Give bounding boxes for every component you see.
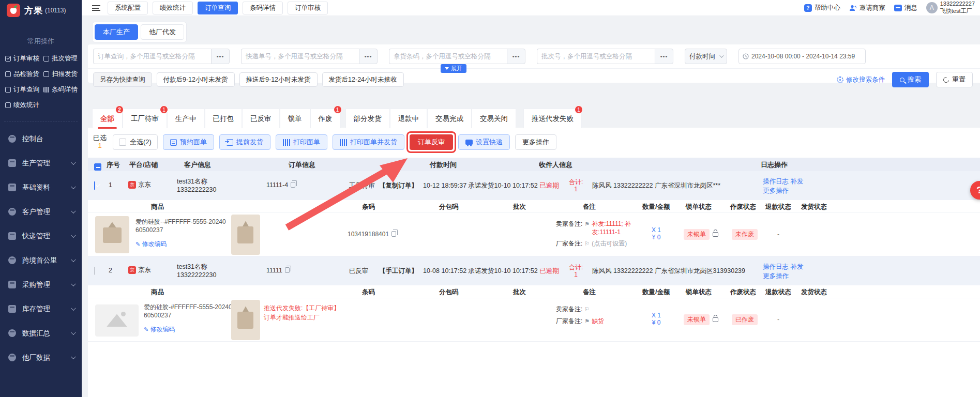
flag-icon[interactable]: ⚐: [584, 306, 590, 313]
tab-completed[interactable]: 交易完成: [427, 109, 472, 128]
unshipped-9-12h-pushed-button[interactable]: 推送后9-12小时未发货: [239, 72, 318, 87]
more-actions-button[interactable]: 更多操作: [515, 134, 556, 150]
top-tab-order-query[interactable]: 订单查询: [198, 2, 238, 14]
save-quick-query-button[interactable]: 另存为快捷查询: [93, 72, 152, 87]
copy-icon[interactable]: [285, 267, 290, 273]
set-express-button[interactable]: 设置快递: [458, 134, 510, 150]
quick-link-qc-inspect[interactable]: 品检验货: [5, 70, 42, 79]
flag-icon[interactable]: ⚐: [584, 240, 590, 247]
menu-label: 生产管理: [22, 159, 50, 168]
quick-link-batch-manage[interactable]: 批次管理: [43, 54, 81, 63]
subcol-packcode: 分包码: [439, 203, 459, 211]
print-and-ship-button[interactable]: 打印面单并发货: [333, 134, 404, 150]
row-checkbox[interactable]: [94, 181, 95, 190]
flag-icon[interactable]: ⚑: [584, 317, 590, 325]
tab-closed[interactable]: 交易关闭: [472, 109, 516, 128]
sidebar-item-production[interactable]: 生产管理: [0, 151, 82, 175]
top-tab-barcode-detail[interactable]: 条码详情: [243, 2, 283, 14]
pay-time-select[interactable]: 付款时间: [685, 49, 727, 64]
quick-link-performance[interactable]: 绩效统计: [5, 101, 42, 110]
product-image-alt[interactable]: [231, 215, 260, 255]
reserve-waybill-button[interactable]: 预约面单: [163, 134, 214, 150]
invite-merchant-link[interactable]: 邀请商家: [849, 4, 885, 12]
tab-factory-pending[interactable]: 工厂待审1: [123, 109, 167, 128]
search-button[interactable]: 搜索: [892, 72, 929, 87]
operation-log-link[interactable]: 操作日志: [763, 263, 789, 270]
expand-button[interactable]: 展开: [441, 64, 466, 73]
sidebar-item-inventory[interactable]: 库存管理: [0, 297, 82, 321]
tab-locked[interactable]: 锁单: [280, 109, 310, 128]
tab-packed[interactable]: 已打包: [205, 109, 243, 128]
sidebar-item-crossborder[interactable]: 跨境首公里: [0, 248, 82, 272]
batch-no-input[interactable]: [537, 49, 655, 64]
select-all-control[interactable]: 全选(2): [113, 134, 158, 150]
sidebar-item-basedata[interactable]: 基础资料: [0, 175, 82, 200]
sidebar-item-customers[interactable]: 客户管理: [0, 200, 82, 224]
more-operations-link[interactable]: 更多操作: [763, 271, 820, 281]
select-all-checkbox[interactable]: [119, 139, 126, 146]
operation-log-link[interactable]: 操作日志: [763, 178, 789, 185]
unshipped-9-12h-paid-button[interactable]: 付款后9-12小时未发货: [157, 72, 235, 87]
pencil-icon: ✎: [135, 241, 140, 247]
sidebar-item-express[interactable]: 快递管理: [0, 224, 82, 248]
table-row[interactable]: 1 京京东 test31名称13322222230 11111-4 工厂待审 【…: [88, 171, 980, 200]
quick-link-order-audit[interactable]: 订单审核: [5, 54, 42, 63]
pickup-barcode-input[interactable]: [389, 49, 507, 64]
row-checkbox[interactable]: [94, 267, 95, 275]
early-ship-button[interactable]: 提前发货: [219, 134, 270, 150]
quick-link-order-query[interactable]: 订单查询: [5, 85, 42, 94]
order-no: 11111-4: [266, 181, 288, 189]
sidebar-item-purchase[interactable]: 采购管理: [0, 272, 82, 297]
quick-link-scan-ship[interactable]: 扫描发货: [43, 70, 81, 79]
product-image[interactable]: [95, 216, 129, 253]
more-operations-link[interactable]: 更多操作: [763, 186, 820, 195]
lock-icon[interactable]: [713, 232, 718, 237]
uncollected-12-24h-button[interactable]: 发货后12-24小时未揽收: [322, 72, 404, 87]
lock-icon[interactable]: [713, 317, 718, 322]
copy-icon[interactable]: [391, 231, 396, 237]
reset-button[interactable]: 重置: [936, 72, 973, 87]
order-reaudit-button[interactable]: 订单反审: [410, 134, 453, 150]
sidebar-item-datasummary[interactable]: 数据汇总: [0, 321, 82, 345]
logo[interactable]: 方果 (10113): [0, 0, 82, 17]
sidebar-item-otherfactory[interactable]: 他厂数据: [0, 345, 82, 370]
edit-code-link[interactable]: ✎ 修改编码: [135, 240, 167, 249]
tab-own-factory[interactable]: 本厂生产: [95, 24, 138, 40]
reissue-link[interactable]: 补发: [790, 263, 803, 270]
quick-link-barcode-detail[interactable]: 条码详情: [43, 85, 81, 94]
top-tab-order-audit[interactable]: 订单审核: [288, 2, 328, 14]
factory-note-text[interactable]: (点击可设置): [592, 240, 627, 248]
flag-icon[interactable]: ⚑: [584, 220, 590, 227]
order-query-input[interactable]: [93, 49, 211, 64]
print-waybill-button[interactable]: 打印面单: [276, 134, 327, 150]
tab-partial-shipped[interactable]: 部分发货: [345, 109, 390, 128]
sidebar-item-console[interactable]: 控制台: [0, 127, 82, 151]
copy-icon[interactable]: [291, 182, 295, 188]
tab-refunding[interactable]: 退款中: [390, 109, 428, 128]
reissue-link[interactable]: 补发: [790, 178, 803, 185]
batch-no-more-button[interactable]: •••: [655, 49, 673, 64]
edit-code-link[interactable]: ✎ 修改编码: [144, 325, 175, 334]
messages-link[interactable]: 消息: [894, 4, 917, 12]
tab-push-failed[interactable]: 推送代发失败1: [523, 109, 582, 128]
pickup-barcode-more-button[interactable]: •••: [507, 49, 525, 64]
tab-in-production[interactable]: 生产中: [167, 109, 205, 128]
top-tab-system-config[interactable]: 系统配置: [108, 2, 148, 14]
user-menu[interactable]: A 13322222227 飞快test工厂: [926, 1, 975, 15]
tab-other-factory[interactable]: 他厂代发: [141, 24, 184, 40]
top-tab-performance[interactable]: 绩效统计: [153, 2, 193, 14]
product-image-placeholder[interactable]: [95, 304, 139, 337]
tab-reversed[interactable]: 已反审: [242, 109, 280, 128]
table-row[interactable]: 2 京京东 test31名称13322222230 11111 已反审 【手工订…: [88, 256, 980, 285]
help-center-link[interactable]: ?帮助中心: [804, 4, 840, 12]
date-range-picker[interactable]: 2024-10-08 00:00 - 2024-10-14 23:59: [738, 49, 866, 64]
tab-voided[interactable]: 作废1: [310, 109, 341, 128]
tracking-no-more-button[interactable]: •••: [359, 49, 378, 64]
product-image-alt[interactable]: [231, 300, 260, 340]
header-checkbox[interactable]: [94, 163, 101, 171]
hamburger-icon[interactable]: [92, 5, 100, 11]
tracking-no-input[interactable]: [241, 49, 359, 64]
order-query-more-button[interactable]: •••: [211, 49, 230, 64]
tab-all[interactable]: 全部2: [92, 109, 123, 128]
modify-search-link[interactable]: 修改搜索条件: [837, 75, 885, 84]
